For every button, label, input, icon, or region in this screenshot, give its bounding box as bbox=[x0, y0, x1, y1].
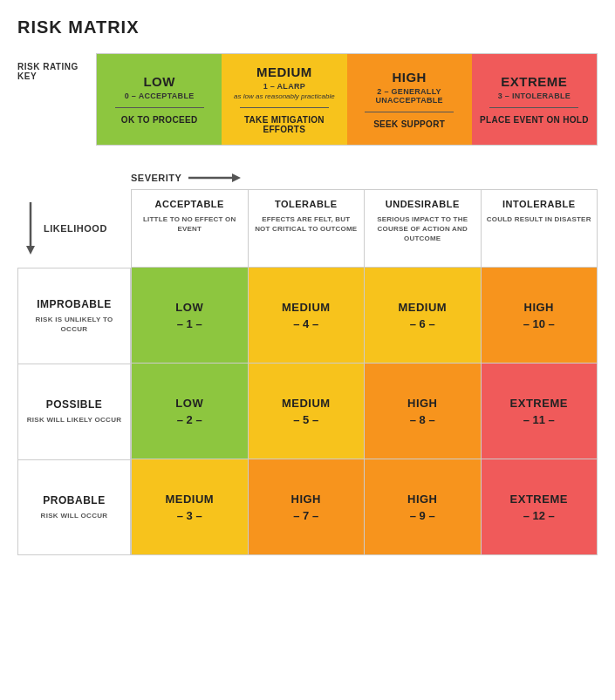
rating-cell-extreme: EXTREME3 – INTOLERABLEPLACE EVENT ON HOL… bbox=[472, 54, 597, 145]
rating-divider-low bbox=[115, 107, 204, 108]
cell-number-possible-2: – 8 – bbox=[410, 413, 435, 426]
matrix-cell-probable-2: HIGH– 9 – bbox=[364, 459, 481, 555]
matrix-cell-possible-2: HIGH– 8 – bbox=[364, 364, 481, 459]
likelihood-label-wrapper: LIKELIHOOD bbox=[23, 202, 107, 255]
rating-divider-extreme bbox=[489, 107, 578, 108]
matrix-cell-probable-1: HIGH– 7 – bbox=[248, 459, 365, 555]
likelihood-rows-container: IMPROBABLERISK IS UNLIKELY TO OCCURPOSSI… bbox=[17, 268, 131, 555]
rating-action-extreme: PLACE EVENT ON HOLD bbox=[480, 115, 589, 125]
likelihood-cell-improbable: IMPROBABLERISK IS UNLIKELY TO OCCUR bbox=[17, 268, 131, 364]
matrix-cell-possible-3: EXTREME– 11 – bbox=[481, 364, 598, 459]
severity-label: SEVERITY bbox=[131, 173, 181, 183]
cell-rating-improbable-0: LOW bbox=[175, 301, 203, 314]
matrix-header-sub-acceptable: LITTLE TO NO EFFECT ON EVENT bbox=[137, 214, 243, 234]
matrix-header-undesirable: UNDESIRABLESERIOUS IMPACT TO THE COURSE … bbox=[364, 189, 481, 268]
rating-sub-low: 0 – ACCEPTABLE bbox=[125, 92, 195, 100]
likelihood-col: LIKELIHOOD IMPROBABLERISK IS UNLIKELY TO… bbox=[17, 189, 131, 555]
matrix-container: LIKELIHOOD IMPROBABLERISK IS UNLIKELY TO… bbox=[17, 189, 598, 555]
matrix-header-main-undesirable: UNDESIRABLE bbox=[386, 199, 460, 209]
cell-number-improbable-1: – 4 – bbox=[293, 317, 318, 330]
cell-number-probable-0: – 3 – bbox=[177, 509, 202, 522]
likelihood-sub-improbable: RISK IS UNLIKELY TO OCCUR bbox=[25, 315, 123, 334]
matrix-header-intolerable: INTOLERABLECOULD RESULT IN DISASTER bbox=[481, 189, 598, 268]
rating-divider-medium bbox=[240, 107, 329, 108]
rating-main-extreme: EXTREME bbox=[501, 74, 567, 89]
matrix-header-main-intolerable: INTOLERABLE bbox=[502, 199, 576, 209]
rating-main-high: HIGH bbox=[392, 70, 427, 85]
cell-number-probable-2: – 9 – bbox=[410, 509, 435, 522]
svg-marker-3 bbox=[26, 246, 35, 255]
cell-number-possible-0: – 2 – bbox=[177, 413, 202, 426]
matrix-cell-possible-0: LOW– 2 – bbox=[131, 364, 248, 459]
cell-number-improbable-2: – 6 – bbox=[410, 317, 435, 330]
rating-cell-low: LOW0 – ACCEPTABLEOK TO PROCEED bbox=[97, 54, 222, 145]
cell-rating-possible-3: EXTREME bbox=[510, 397, 568, 410]
rating-sub-high: 2 – GENERALLY UNACCEPTABLE bbox=[354, 87, 465, 105]
cell-number-improbable-0: – 1 – bbox=[177, 317, 202, 330]
matrix-row-possible: LOW– 2 –MEDIUM– 5 –HIGH– 8 –EXTREME– 11 … bbox=[131, 364, 598, 459]
matrix-header-row: ACCEPTABLELITTLE TO NO EFFECT ON EVENTTO… bbox=[131, 189, 598, 268]
cell-rating-improbable-3: HIGH bbox=[524, 301, 555, 314]
rating-action-low: OK TO PROCEED bbox=[121, 115, 198, 125]
matrix-header-sub-tolerable: EFFECTS ARE FELT, BUT NOT CRITICAL TO OU… bbox=[254, 214, 359, 234]
rating-sub-extreme: 3 – INTOLERABLE bbox=[498, 92, 571, 100]
matrix-header-main-acceptable: ACCEPTABLE bbox=[155, 199, 224, 209]
likelihood-label: LIKELIHOOD bbox=[44, 223, 107, 234]
likelihood-arrow-icon bbox=[23, 202, 38, 255]
matrix-data-rows: LOW– 1 –MEDIUM– 4 –MEDIUM– 6 –HIGH– 10 –… bbox=[131, 268, 598, 555]
cell-rating-improbable-2: MEDIUM bbox=[398, 301, 447, 314]
cell-number-possible-3: – 11 – bbox=[523, 413, 555, 426]
matrix-cell-improbable-0: LOW– 1 – bbox=[131, 268, 248, 364]
matrix-grid: ACCEPTABLELITTLE TO NO EFFECT ON EVENTTO… bbox=[131, 189, 598, 555]
matrix-cell-probable-0: MEDIUM– 3 – bbox=[131, 459, 248, 555]
cell-rating-probable-3: EXTREME bbox=[510, 493, 568, 506]
matrix-section: SEVERITY LIKELIHOOD IMPROBABLERISK IS UN… bbox=[17, 170, 598, 555]
matrix-header-sub-undesirable: SERIOUS IMPACT TO THE COURSE OF ACTION A… bbox=[370, 214, 475, 244]
matrix-cell-probable-3: EXTREME– 12 – bbox=[481, 459, 598, 555]
matrix-header-tolerable: TOLERABLEEFFECTS ARE FELT, BUT NOT CRITI… bbox=[248, 189, 365, 268]
likelihood-main-probable: PROBABLE bbox=[43, 494, 105, 506]
matrix-header-acceptable: ACCEPTABLELITTLE TO NO EFFECT ON EVENT bbox=[131, 189, 248, 268]
likelihood-cell-probable: PROBABLERISK WILL OCCUR bbox=[17, 459, 131, 555]
rating-main-medium: MEDIUM bbox=[256, 65, 312, 79]
matrix-row-improbable: LOW– 1 –MEDIUM– 4 –MEDIUM– 6 –HIGH– 10 – bbox=[131, 268, 598, 364]
matrix-header-main-tolerable: TOLERABLE bbox=[275, 199, 338, 209]
rating-action-medium: TAKE MITIGATION EFFORTS bbox=[229, 115, 339, 134]
matrix-row-probable: MEDIUM– 3 –HIGH– 7 –HIGH– 9 –EXTREME– 12… bbox=[131, 459, 598, 555]
svg-marker-1 bbox=[232, 173, 241, 182]
rating-divider-high bbox=[365, 112, 454, 112]
rating-cell-high: HIGH2 – GENERALLY UNACCEPTABLESEEK SUPPO… bbox=[347, 54, 472, 145]
cell-number-possible-1: – 5 – bbox=[293, 413, 318, 426]
cell-rating-possible-2: HIGH bbox=[407, 397, 438, 410]
severity-row: SEVERITY bbox=[17, 170, 598, 186]
likelihood-sub-probable: RISK WILL OCCUR bbox=[41, 511, 108, 520]
rating-action-high: SEEK SUPPORT bbox=[373, 119, 445, 129]
severity-arrow-icon bbox=[188, 170, 241, 186]
risk-rating-section: RISK RATING KEY LOW0 – ACCEPTABLEOK TO P… bbox=[17, 53, 598, 146]
cell-rating-possible-0: LOW bbox=[175, 397, 203, 410]
likelihood-cell-possible: POSSIBLERISK WILL LIKELY OCCUR bbox=[17, 364, 131, 459]
cell-number-improbable-3: – 10 – bbox=[523, 317, 555, 330]
rating-cell-medium: MEDIUM1 – ALARPas low as reasonably prac… bbox=[222, 54, 346, 145]
matrix-cell-possible-1: MEDIUM– 5 – bbox=[248, 364, 365, 459]
rating-sub-medium: 1 – ALARP bbox=[263, 82, 305, 91]
matrix-cell-improbable-1: MEDIUM– 4 – bbox=[248, 268, 365, 364]
likelihood-main-improbable: IMPROBABLE bbox=[37, 298, 112, 310]
matrix-cell-improbable-3: HIGH– 10 – bbox=[481, 268, 598, 364]
risk-rating-label: RISK RATING KEY bbox=[17, 53, 96, 81]
likelihood-header-cell: LIKELIHOOD bbox=[17, 189, 131, 268]
rating-italic-medium: as low as reasonably practicable bbox=[234, 92, 335, 100]
cell-rating-possible-1: MEDIUM bbox=[282, 397, 331, 410]
cell-rating-probable-1: HIGH bbox=[291, 493, 322, 506]
matrix-cell-improbable-2: MEDIUM– 6 – bbox=[364, 268, 481, 364]
likelihood-sub-possible: RISK WILL LIKELY OCCUR bbox=[27, 415, 122, 425]
page-title: RISK MATRIX bbox=[17, 17, 598, 37]
likelihood-main-possible: POSSIBLE bbox=[46, 398, 103, 411]
matrix-header-sub-intolerable: COULD RESULT IN DISASTER bbox=[487, 214, 591, 224]
rating-key-grid: LOW0 – ACCEPTABLEOK TO PROCEEDMEDIUM1 – … bbox=[96, 53, 598, 146]
cell-rating-improbable-1: MEDIUM bbox=[282, 301, 331, 314]
cell-number-probable-1: – 7 – bbox=[293, 509, 318, 522]
cell-rating-probable-2: HIGH bbox=[407, 493, 438, 506]
cell-rating-probable-0: MEDIUM bbox=[165, 493, 214, 506]
rating-main-low: LOW bbox=[143, 74, 175, 89]
